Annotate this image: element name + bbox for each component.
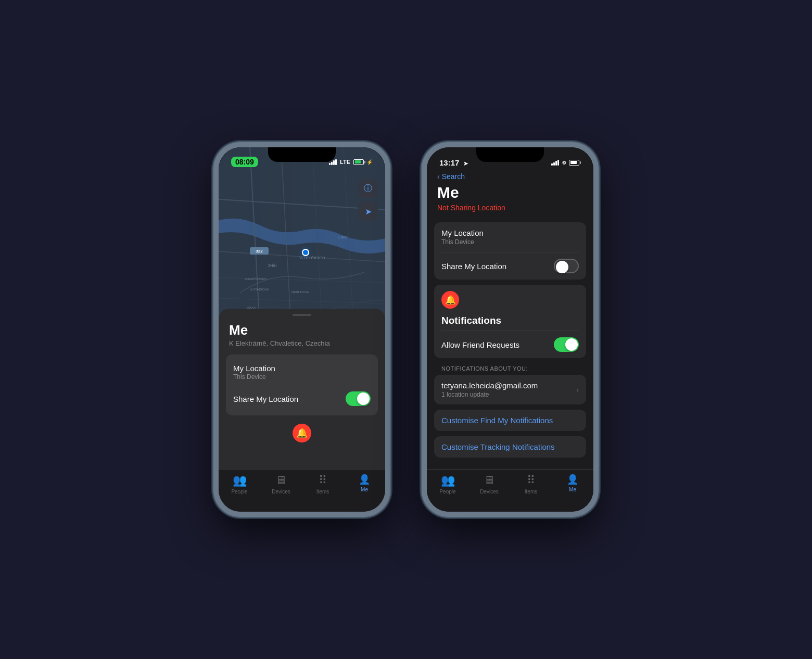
phone-2-screen: 13:17 ➤ ⌾ (427, 147, 593, 512)
signal-bars-2-icon (551, 159, 559, 166)
share-location-label-2: Share My Location (441, 262, 506, 271)
card-divider-1 (233, 386, 371, 386)
share-location-row-2: Share My Location (434, 252, 586, 280)
customise-link-1[interactable]: Customise Find My Notifications (434, 410, 586, 431)
items-icon-2: ⠿ (527, 474, 535, 487)
location-dot (302, 249, 309, 256)
customise-card-2: Customise Tracking Notifications (434, 436, 586, 458)
allow-friend-toggle[interactable] (554, 337, 579, 352)
tab-me-2[interactable]: 👤 Me (552, 474, 593, 492)
svg-text:NERUDOVA: NERUDOVA (291, 290, 309, 294)
my-location-label-1: My Location (233, 364, 275, 373)
not-sharing-label: Not Sharing Location (437, 204, 583, 212)
status-icons-1: LTE ⚡ (329, 159, 373, 165)
my-location-sub-1: This Device (233, 373, 275, 381)
phone-1: 322 ŽNÍH BRANČŮ-MÍRU V-TELČICÍCH Labe U-… (213, 142, 390, 517)
tab-people-label-2: People (439, 489, 455, 495)
sheet-subtitle-1: K Elektrárně, Chvaletice, Czechia (219, 339, 385, 354)
location-button[interactable]: ➤ (358, 201, 378, 221)
location-card-1: My Location This Device Share My Locatio… (226, 354, 378, 415)
status-time-2: 13:17 ➤ (439, 158, 468, 167)
people-icon-2: 👥 (441, 474, 455, 487)
tab-devices-label-1: Devices (272, 489, 290, 495)
notch-1 (268, 147, 336, 162)
tab-items-label-2: Items (525, 489, 537, 495)
settings-header: ‹ Search Me Not Sharing Location (427, 170, 593, 222)
battery-icon: ⚡ (353, 159, 373, 165)
tab-devices-1[interactable]: 🖥 Devices (260, 474, 302, 495)
info-button[interactable]: ⓘ (358, 179, 378, 198)
share-toggle-1[interactable] (346, 391, 371, 406)
tab-people-label-1: People (231, 489, 247, 495)
email-card: tetyana.leheida@gmail.com 1 location upd… (434, 375, 586, 404)
settings-scroll: My Location This Device Share My Locatio… (427, 222, 593, 503)
devices-icon-1: 🖥 (275, 474, 287, 487)
back-link[interactable]: ‹ Search (437, 172, 583, 181)
my-location-sub-2: This Device (441, 238, 484, 246)
items-icon-1: ⠿ (319, 474, 327, 487)
chevron-icon-1: › (576, 386, 579, 394)
notifications-about-label: NOTIFICATIONS ABOUT YOU: (434, 363, 586, 375)
settings-screen: 13:17 ➤ ⌾ (427, 147, 593, 512)
tab-devices-label-2: Devices (480, 489, 499, 495)
phone-2: 13:17 ➤ ⌾ (422, 142, 599, 517)
battery-icon-2 (569, 160, 581, 166)
tab-bar-2: 👥 People 🖥 Devices ⠿ Items 👤 Me (427, 469, 593, 512)
bell-peek: 🔔 (219, 421, 385, 442)
svg-text:BRANČŮ-MÍRU: BRANČŮ-MÍRU (245, 277, 267, 281)
tab-items-1[interactable]: ⠿ Items (302, 474, 344, 495)
notifications-card: 🔔 Notifications Allow Friend Requests (434, 285, 586, 358)
notif-icon-row: 🔔 (434, 285, 586, 313)
email-label: tetyana.leheida@gmail.com (441, 381, 538, 390)
settings-title: Me (437, 184, 583, 201)
back-label: Search (442, 172, 465, 181)
tab-me-1[interactable]: 👤 Me (344, 474, 385, 492)
map-svg: 322 ŽNÍH BRANČŮ-MÍRU V-TELČICÍCH Labe U-… (219, 147, 385, 335)
tab-items-label-1: Items (316, 489, 329, 495)
svg-text:ŽNÍH: ŽNÍH (268, 263, 276, 268)
svg-text:Labe: Labe (338, 235, 348, 239)
allow-friend-row: Allow Friend Requests (434, 331, 586, 358)
sheet-title-1: Me (219, 316, 385, 339)
me-icon-1: 👤 (359, 474, 370, 485)
devices-icon-2: 🖥 (484, 474, 495, 487)
tab-people-1[interactable]: 👥 People (219, 474, 260, 495)
tab-me-label-1: Me (361, 487, 368, 492)
map-background: 322 ŽNÍH BRANČŮ-MÍRU V-TELČICÍCH Labe U-… (219, 147, 385, 335)
tab-bar-1: 👥 People 🖥 Devices ⠿ Items 👤 Me (219, 469, 385, 512)
email-sub: 1 location update (441, 391, 538, 398)
svg-text:U-STADIOHU: U-STADIOHU (250, 288, 269, 291)
customise-card-1: Customise Find My Notifications (434, 410, 586, 431)
lte-label: LTE (340, 159, 350, 165)
share-toggle-2[interactable] (554, 259, 579, 273)
people-icon-1: 👥 (233, 474, 247, 487)
my-location-row-2: My Location This Device (434, 222, 586, 252)
email-row[interactable]: tetyana.leheida@gmail.com 1 location upd… (434, 375, 586, 404)
map-controls: ⓘ ➤ (358, 179, 378, 221)
share-location-label-1: Share My Location (233, 395, 298, 403)
svg-text:V-TELČICÍCH: V-TELČICÍCH (299, 256, 325, 260)
me-icon-2: 👤 (567, 474, 578, 485)
share-location-row-1: Share My Location (233, 388, 371, 409)
tab-people-2[interactable]: 👥 People (427, 474, 468, 495)
location-arrow-icon: ➤ (463, 160, 468, 167)
status-icons-2: ⌾ (551, 159, 581, 166)
my-location-row-1: My Location This Device (233, 361, 371, 384)
status-time-1: 08:09 (231, 157, 258, 167)
bell-icon: 🔔 (293, 424, 311, 442)
customise-link-2[interactable]: Customise Tracking Notifications (434, 436, 586, 458)
phone-1-screen: 322 ŽNÍH BRANČŮ-MÍRU V-TELČICÍCH Labe U-… (219, 147, 385, 512)
allow-friend-label: Allow Friend Requests (441, 340, 519, 349)
tab-me-label-2: Me (569, 487, 576, 492)
notch-2 (476, 147, 544, 162)
my-location-label-2: My Location (441, 229, 484, 237)
wifi-icon: ⌾ (562, 159, 566, 166)
tab-items-2[interactable]: ⠿ Items (510, 474, 552, 495)
notif-bell-icon: 🔔 (441, 291, 459, 309)
notifications-section-title: Notifications (434, 313, 586, 331)
location-card-2: My Location This Device Share My Locatio… (434, 222, 586, 280)
svg-text:322: 322 (256, 249, 263, 254)
back-chevron-icon: ‹ (437, 172, 440, 181)
tab-devices-2[interactable]: 🖥 Devices (468, 474, 510, 495)
